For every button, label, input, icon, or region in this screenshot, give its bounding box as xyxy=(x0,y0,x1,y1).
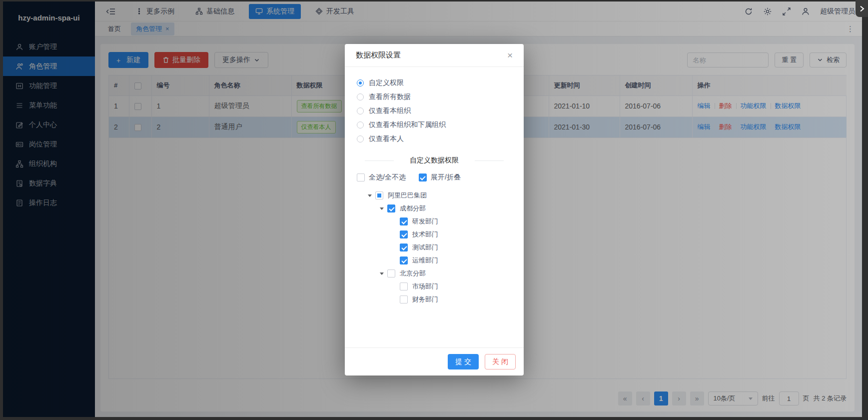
expand-collapse-toggle[interactable]: 展开/折叠 xyxy=(419,173,461,182)
tree-checkbox[interactable] xyxy=(400,256,408,264)
tree-node-label: 成都分部 xyxy=(400,204,426,213)
custom-permission-divider: 自定义数据权限 xyxy=(357,156,512,165)
tree-node-label: 财务部门 xyxy=(412,295,438,304)
check-all-label: 全选/全不选 xyxy=(369,173,406,182)
radio-icon[interactable] xyxy=(357,80,364,86)
radio-label: 查看所有数据 xyxy=(369,92,411,102)
caret-placeholder xyxy=(392,286,396,290)
data-permission-dialog: 数据权限设置 × 自定义权限 查看所有数据 仅查看本组织 仅查看本组织和下属组织 xyxy=(345,44,524,376)
caret-down-icon[interactable] xyxy=(368,194,372,199)
caret-down-icon[interactable] xyxy=(380,208,384,212)
radio-own-org-only[interactable]: 仅查看本组织 xyxy=(357,104,512,118)
radio-label: 仅查看本组织 xyxy=(369,106,411,116)
tree-checkbox[interactable] xyxy=(387,270,395,278)
radio-label: 仅查看本组织和下属组织 xyxy=(369,120,446,130)
caret-placeholder xyxy=(392,246,396,251)
tree-checkbox[interactable] xyxy=(400,218,408,226)
org-tree: 阿里巴巴集团 成都分部 研发部门 技术部门 xyxy=(357,189,512,306)
tree-node-finance-dept[interactable]: 财务部门 xyxy=(357,293,512,306)
tree-node-alibaba-group[interactable]: 阿里巴巴集团 xyxy=(357,189,512,202)
tree-node-label: 研发部门 xyxy=(412,217,438,226)
radio-self-only[interactable]: 仅查看本人 xyxy=(357,132,512,146)
dialog-body: 自定义权限 查看所有数据 仅查看本组织 仅查看本组织和下属组织 仅查看本人 自定… xyxy=(345,67,524,306)
caret-placeholder xyxy=(392,234,396,238)
close-icon[interactable]: × xyxy=(507,50,513,60)
submit-button[interactable]: 提 交 xyxy=(448,354,479,370)
close-button[interactable]: 关 闭 xyxy=(485,354,516,370)
caret-placeholder xyxy=(392,260,396,264)
dialog-header: 数据权限设置 × xyxy=(345,44,524,67)
window-frame: hzy-admin-spa-ui 账户管理 角色管理 功能管理 菜单功能 xyxy=(0,0,868,420)
tree-node-beijing-branch[interactable]: 北京分部 xyxy=(357,267,512,280)
expand-label: 展开/折叠 xyxy=(431,173,461,182)
tree-node-label: 阿里巴巴集团 xyxy=(388,191,427,200)
radio-label: 仅查看本人 xyxy=(369,134,404,144)
tree-node-marketing-dept[interactable]: 市场部门 xyxy=(357,280,512,293)
tree-node-tech-dept[interactable]: 技术部门 xyxy=(357,228,512,241)
check-all-toggle[interactable]: 全选/全不选 xyxy=(357,173,406,182)
tree-node-label: 技术部门 xyxy=(412,230,438,239)
tree-checkbox[interactable] xyxy=(375,192,383,200)
tree-node-ops-dept[interactable]: 运维部门 xyxy=(357,254,512,267)
caret-placeholder xyxy=(392,298,396,303)
tree-controls: 全选/全不选 展开/折叠 xyxy=(357,173,512,182)
dialog-title: 数据权限设置 xyxy=(356,50,401,60)
radio-custom-permission[interactable]: 自定义权限 xyxy=(357,76,512,90)
radio-own-org-and-sub[interactable]: 仅查看本组织和下属组织 xyxy=(357,118,512,132)
tree-node-label: 北京分部 xyxy=(400,269,426,278)
divider-line xyxy=(475,160,504,161)
tree-checkbox[interactable] xyxy=(387,204,395,212)
caret-placeholder xyxy=(392,220,396,225)
radio-view-all-data[interactable]: 查看所有数据 xyxy=(357,90,512,104)
checkbox-icon[interactable] xyxy=(419,174,427,182)
drawer-toggle-button[interactable] xyxy=(856,0,868,17)
tree-checkbox[interactable] xyxy=(400,296,408,304)
radio-icon[interactable] xyxy=(357,122,364,128)
tree-node-label: 市场部门 xyxy=(412,282,438,291)
divider-label: 自定义数据权限 xyxy=(410,156,459,165)
chevron-right-icon xyxy=(859,6,865,12)
caret-down-icon[interactable] xyxy=(380,272,384,277)
radio-icon[interactable] xyxy=(357,94,364,100)
tree-node-label: 测试部门 xyxy=(412,243,438,252)
tree-node-chengdu-branch[interactable]: 成都分部 xyxy=(357,202,512,215)
radio-icon[interactable] xyxy=(357,108,364,114)
tree-checkbox[interactable] xyxy=(400,282,408,290)
tree-node-rd-dept[interactable]: 研发部门 xyxy=(357,215,512,228)
tree-checkbox[interactable] xyxy=(400,244,408,252)
dialog-footer: 提 交 关 闭 xyxy=(345,348,524,376)
tree-node-test-dept[interactable]: 测试部门 xyxy=(357,241,512,254)
tree-checkbox[interactable] xyxy=(400,230,408,238)
radio-label: 自定义权限 xyxy=(369,78,404,88)
tree-node-label: 运维部门 xyxy=(412,256,438,265)
checkbox-icon[interactable] xyxy=(357,174,365,182)
divider-line xyxy=(365,160,394,161)
radio-icon[interactable] xyxy=(357,136,364,142)
